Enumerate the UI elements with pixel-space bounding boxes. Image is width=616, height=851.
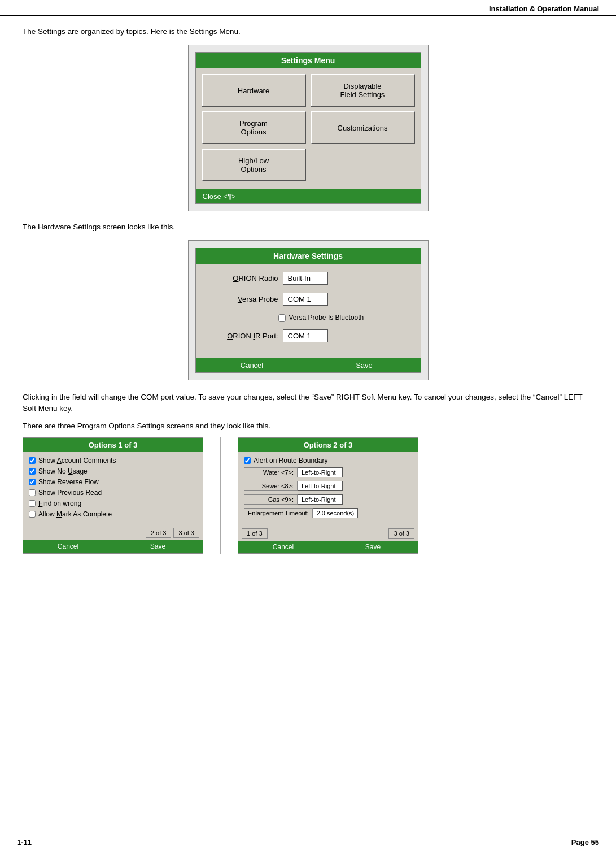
footer-right: Page 55	[571, 838, 599, 846]
options-1-titlebar: Options 1 of 3	[23, 438, 203, 452]
alert-route-boundary-label: Alert on Route Boundary	[254, 457, 327, 464]
orion-ir-value[interactable]: COM 1	[283, 329, 328, 342]
show-account-comments-label: Show Account Comments	[38, 457, 116, 464]
orion-ir-row: ORION IR Port: COM 1	[205, 329, 412, 342]
versa-probe-label: Versa Probe	[205, 295, 278, 303]
options-2-cancel-button[interactable]: Cancel	[238, 541, 328, 553]
versa-probe-bluetooth-checkbox[interactable]	[278, 314, 286, 322]
footer-left: 1-11	[17, 838, 32, 846]
versa-probe-row: Versa Probe COM 1	[205, 293, 412, 306]
page-header: Installation & Operation Manual	[0, 0, 616, 16]
settings-menu-grid: Hardware DisplayableField Settings Progr…	[196, 68, 421, 187]
show-reverse-flow-label: Show Reverse Flow	[38, 478, 99, 486]
options-2-bottom-bar: Cancel Save	[238, 541, 418, 553]
versa-probe-bluetooth-label: Versa Probe Is Bluetooth	[289, 314, 364, 322]
high-low-options-button[interactable]: High/LowOptions	[202, 149, 306, 181]
alert-route-boundary-checkbox[interactable]	[244, 457, 251, 464]
allow-mark-complete-label: Allow Mark As Complete	[38, 510, 112, 518]
alert-route-boundary-row: Alert on Route Boundary	[244, 457, 412, 464]
gas-value[interactable]: Left-to-Right	[298, 494, 343, 505]
options-1-bottom-bar: Cancel Save	[23, 540, 203, 553]
allow-mark-complete-checkbox[interactable]	[29, 511, 36, 518]
show-no-usage-row: Show No Usage	[29, 467, 197, 475]
gas-label: Gas <9>:	[244, 494, 298, 505]
hw-settings-screenshot: Hardware Settings ORION Radio Built-In V…	[23, 240, 593, 380]
settings-menu-window: Settings Menu Hardware DisplayableField …	[195, 52, 421, 204]
enlargement-timeout-row: Enlargement Timeout: 2.0 second(s)	[244, 508, 412, 518]
hw-settings-box: Hardware Settings ORION Radio Built-In V…	[188, 240, 429, 380]
show-account-comments-row: Show Account Comments	[29, 457, 197, 464]
show-previous-read-checkbox[interactable]	[29, 489, 36, 496]
show-no-usage-checkbox[interactable]	[29, 468, 36, 475]
options-divider	[220, 437, 221, 554]
options-1-nav3-button[interactable]: 3 of 3	[173, 528, 199, 538]
sewer-row: Sewer <8>: Left-to-Right	[244, 481, 412, 491]
find-on-wrong-label: Find on wrong	[38, 500, 81, 507]
options-screens-row: Options 1 of 3 Show Account Comments Sho…	[23, 437, 593, 554]
options-2-save-button[interactable]: Save	[328, 541, 418, 553]
show-account-comments-checkbox[interactable]	[29, 457, 36, 464]
customizations-button[interactable]: Customizations	[311, 111, 415, 144]
versa-probe-bluetooth-row: Versa Probe Is Bluetooth	[278, 314, 412, 322]
hardware-button[interactable]: Hardware	[202, 74, 306, 107]
sewer-value[interactable]: Left-to-Right	[298, 481, 343, 491]
hw-cancel-button[interactable]: Cancel	[196, 358, 308, 372]
orion-radio-row: ORION Radio Built-In	[205, 272, 412, 285]
page-footer: 1-11 Page 55	[0, 833, 616, 851]
settings-menu-titlebar: Settings Menu	[196, 53, 421, 68]
displayable-field-settings-button[interactable]: DisplayableField Settings	[311, 74, 415, 107]
water-row: Water <7>: Left-to-Right	[244, 467, 412, 477]
gas-row: Gas <9>: Left-to-Right	[244, 494, 412, 505]
options-2-nav3-button[interactable]: 3 of 3	[388, 528, 414, 539]
intro-text-4: There are three Program Options Settings…	[23, 420, 593, 432]
options-1-save-button[interactable]: Save	[113, 540, 203, 553]
find-on-wrong-checkbox[interactable]	[29, 500, 36, 507]
program-options-button[interactable]: ProgramOptions	[202, 111, 306, 144]
options-1-cancel-button[interactable]: Cancel	[23, 540, 113, 553]
enlargement-timeout-label: Enlargement Timeout:	[244, 508, 313, 518]
hw-save-button[interactable]: Save	[308, 358, 421, 372]
options-1-body: Show Account Comments Show No Usage Show…	[23, 452, 203, 526]
options-2-body: Alert on Route Boundary Water <7>: Left-…	[238, 452, 418, 526]
orion-radio-value[interactable]: Built-In	[283, 272, 328, 285]
show-reverse-flow-checkbox[interactable]	[29, 479, 36, 485]
options-2-nav-row: 1 of 3 3 of 3	[238, 526, 418, 541]
versa-probe-value[interactable]: COM 1	[283, 293, 328, 306]
hw-settings-titlebar: Hardware Settings	[196, 248, 421, 264]
intro-text-2: The Hardware Settings screen looks like …	[23, 223, 593, 231]
intro-text-1: The Settings are organized by topics. He…	[23, 27, 593, 36]
find-on-wrong-row: Find on wrong	[29, 500, 197, 507]
show-reverse-flow-row: Show Reverse Flow	[29, 478, 197, 486]
show-previous-read-label: Show Previous Read	[38, 489, 102, 497]
options-2-screen: Options 2 of 3 Alert on Route Boundary W…	[238, 437, 418, 554]
show-previous-read-row: Show Previous Read	[29, 489, 197, 497]
orion-radio-label: ORION Radio	[205, 274, 278, 283]
water-label: Water <7>:	[244, 467, 298, 477]
hw-bottom-bar: Cancel Save	[196, 358, 421, 372]
show-no-usage-label: Show No Usage	[38, 467, 88, 475]
intro-text-3: Clicking in the field will change the CO…	[23, 392, 593, 415]
options-1-nav2-button[interactable]: 2 of 3	[146, 528, 172, 538]
hw-settings-body: ORION Radio Built-In Versa Probe COM 1 V…	[196, 264, 421, 358]
sewer-label: Sewer <8>:	[244, 481, 298, 491]
options-2-nav1-button[interactable]: 1 of 3	[242, 528, 268, 539]
settings-menu-screenshot: Settings Menu Hardware DisplayableField …	[23, 45, 593, 211]
settings-menu-box: Settings Menu Hardware DisplayableField …	[188, 45, 429, 211]
options-1-nav-row: 2 of 3 3 of 3	[23, 526, 203, 540]
options-1-screen: Options 1 of 3 Show Account Comments Sho…	[23, 437, 203, 554]
orion-ir-label: ORION IR Port:	[205, 332, 278, 340]
close-label: Close <¶>	[203, 192, 236, 201]
close-bar: Close <¶>	[196, 189, 421, 203]
allow-mark-complete-row: Allow Mark As Complete	[29, 510, 197, 518]
enlargement-timeout-value[interactable]: 2.0 second(s)	[313, 508, 359, 518]
water-value[interactable]: Left-to-Right	[298, 467, 343, 477]
hw-settings-window: Hardware Settings ORION Radio Built-In V…	[195, 248, 421, 373]
options-2-titlebar: Options 2 of 3	[238, 438, 418, 452]
header-title: Installation & Operation Manual	[489, 5, 599, 13]
